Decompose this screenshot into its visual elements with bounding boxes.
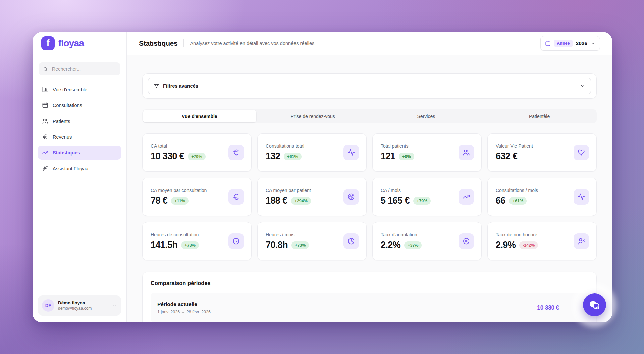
filters-card: Filtres avancés [142,73,597,99]
sidebar-item-label: Patients [53,119,70,124]
stats-tabs: Vue d'ensemble Prise de rendez-vous Serv… [142,109,597,123]
search-input[interactable] [51,66,116,72]
stat-delta-badge: +11% [171,197,189,205]
x-circle-icon [459,233,474,249]
user-x-icon [574,233,589,249]
avatar: DF [42,299,54,312]
chat-button[interactable] [583,293,606,316]
stat-card-taux-non-honore: Taux de non honoré 2.9%-142% [487,222,597,260]
stat-value: 632 € [496,151,518,162]
heart-icon [574,145,589,160]
stats-grid: CA total 10 330 €+79% Consultations tota… [142,133,597,260]
page-title: Statistiques [139,39,177,47]
chart-column-icon [42,86,48,93]
sidebar-item-revenus[interactable]: Revenus [38,130,121,144]
stat-label: Taux d'annulation [381,232,422,237]
stat-delta-badge: +79% [413,197,431,205]
stat-card-taux-annulation: Taux d'annulation 2.2%+37% [372,222,482,260]
stat-value: 78 € [151,195,167,206]
search-icon [43,66,48,72]
user-email: demo@floyaa.com [58,306,92,311]
year-value: 2026 [576,40,587,46]
period-range: 1 janv. 2026 → 28 févr. 2026 [157,310,211,314]
stat-value: 2.2% [381,240,400,250]
chevron-down-icon [580,83,585,89]
stat-delta-badge: +79% [188,153,205,160]
sidebar-item-statistiques[interactable]: Statistiques [38,146,121,160]
euro-icon [228,145,244,160]
advanced-filters-toggle[interactable]: Filtres avancés [148,78,591,94]
stat-label: Valeur Vie Patient [496,143,533,149]
stat-value: 132 [266,151,280,162]
year-badge: Année [554,40,573,47]
stat-delta-badge: -142% [519,241,538,249]
content: Filtres avancés Vue d'ensemble Prise de … [127,55,612,322]
stat-label: Taux de non honoré [496,232,538,237]
stat-label: Consultations total [266,143,304,149]
euro-icon [42,134,48,140]
target-icon [343,189,359,205]
stat-label: Consultations / mois [496,188,538,193]
stat-value: 66 [496,195,505,206]
filters-label: Filtres avancés [163,83,198,89]
stat-delta-badge: +61% [284,153,301,160]
comparison-row[interactable]: Période actuelle 1 janv. 2026 → 28 févr.… [151,293,591,322]
sidebar-item-label: Vue d'ensemble [53,87,87,92]
funnel-icon [154,83,159,89]
logo: f floyaa [33,32,126,55]
stat-delta-badge: +37% [404,241,422,249]
stat-value: 188 € [266,195,287,206]
sidebar-item-consultations[interactable]: Consultations [38,98,121,112]
sidebar-item-assistant-floyaa[interactable]: Assistant Floyaa [38,162,121,175]
stat-value: 141.5h [151,240,177,250]
sidebar-nav: Vue d'ensemble Consultations Patients Re… [33,79,126,177]
tab-services[interactable]: Services [370,110,483,122]
calendar-icon [42,102,48,108]
stat-card-heures-consultation: Heures de consultation 141.5h+73% [142,222,252,260]
clock-icon [228,233,244,249]
sidebar-item-label: Consultations [53,103,82,108]
stat-delta-badge: +73% [181,241,199,249]
stat-card-total-patients: Total patients 121+0% [372,133,482,172]
app-window: f floyaa Vue d'ensemble Consultations Pa… [33,32,612,322]
stat-value: 10 330 € [151,151,184,162]
page-header: Statistiques Analysez votre activité en … [127,32,612,55]
stat-value: 2.9% [496,240,516,250]
stat-label: Heures / mois [266,232,309,237]
trending-up-icon [459,189,474,205]
stat-value: 5 165 € [381,195,410,206]
stat-delta-badge: +73% [291,241,309,249]
tab-vue-densemble[interactable]: Vue d'ensemble [143,110,256,122]
user-menu[interactable]: DF Démo floyaa demo@floyaa.com [38,295,121,316]
chat-bubbles-icon [589,299,601,311]
tab-prise-de-rendez-vous[interactable]: Prise de rendez-vous [256,110,370,122]
sidebar-item-vue-densemble[interactable]: Vue d'ensemble [38,83,121,96]
sidebar-item-label: Assistant Floyaa [53,166,88,171]
stat-card-ca-mois: CA / mois 5 165 €+79% [372,178,482,216]
sidebar-item-patients[interactable]: Patients [38,114,121,128]
stat-label: Heures de consultation [151,232,199,237]
chevron-down-icon [590,41,595,46]
stat-delta-badge: +294% [291,197,311,205]
stat-card-valeur-vie-patient: Valeur Vie Patient 632 € [487,133,597,172]
stat-card-ca-total: CA total 10 330 €+79% [142,133,252,172]
users-icon [42,118,48,124]
users-icon [459,145,474,160]
stat-card-heures-mois: Heures / mois 70.8h+73% [257,222,367,260]
comparison-section: Comparaison périodes Période actuelle 1 … [142,272,597,322]
stat-label: CA total [151,143,206,149]
period-label: Période actuelle [157,301,211,307]
stat-delta-badge: +61% [509,197,527,205]
tab-patientele[interactable]: Patientèle [483,110,596,122]
trending-up-icon [42,149,48,156]
clock-icon [343,233,359,249]
year-selector[interactable]: Année 2026 [540,36,600,51]
sparkles-icon [42,165,48,172]
sidebar: f floyaa Vue d'ensemble Consultations Pa… [33,32,127,322]
stat-label: CA moyen par patient [266,188,311,193]
search-box[interactable] [39,62,120,75]
stat-card-ca-moyen-patient: CA moyen par patient 188 €+294% [257,178,367,216]
stat-label: Total patients [381,143,414,149]
sidebar-item-label: Statistiques [53,150,80,156]
comparison-title: Comparaison périodes [151,280,591,286]
